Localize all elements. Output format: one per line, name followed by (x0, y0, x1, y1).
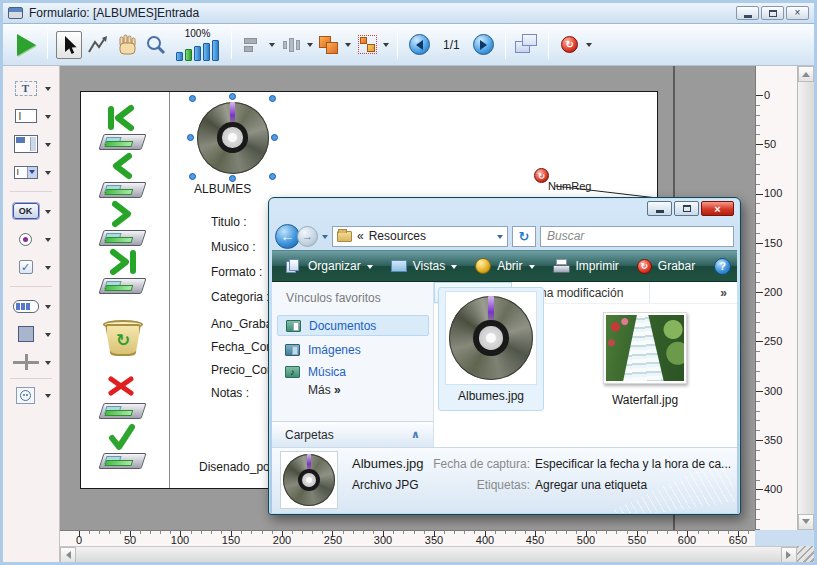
previous-page-button[interactable] (406, 31, 432, 59)
field-label[interactable]: Musico : (211, 240, 256, 254)
search-input[interactable] (540, 226, 734, 247)
validate-button[interactable] (97, 423, 149, 470)
field-label[interactable]: Titulo : (211, 215, 247, 229)
sidebar-more-link[interactable]: Más » (308, 383, 341, 397)
center-controls-button[interactable] (278, 31, 304, 59)
recycle-button[interactable]: ↻ (97, 320, 149, 367)
album-image-control[interactable] (193, 99, 272, 176)
vertical-scrollbar[interactable] (797, 66, 814, 530)
selection-handle[interactable] (229, 93, 236, 100)
windows-list-button[interactable] (514, 31, 540, 59)
selection-handle[interactable] (187, 134, 194, 141)
folders-band[interactable]: Carpetas ∧ (272, 421, 433, 447)
refresh-dropdown-arrow-icon[interactable] (586, 43, 592, 50)
select-tool-button[interactable] (56, 31, 82, 59)
dropdown-arrow-icon[interactable] (45, 210, 51, 217)
nav-next-button[interactable] (97, 200, 149, 247)
column-overflow-button[interactable]: » (650, 282, 737, 303)
selection-handle[interactable] (229, 175, 236, 182)
dropdown-arrow-icon[interactable] (45, 87, 51, 94)
explorer-title-bar[interactable]: × (272, 198, 737, 222)
tool-progress-bar[interactable] (12, 292, 51, 320)
dropdown-arrow-icon[interactable] (45, 143, 51, 150)
explorer-window[interactable]: × ← → « Resources ↻ Organizar Vistas (268, 197, 741, 515)
abrir-button[interactable]: Abrir (467, 254, 542, 278)
selection-handle[interactable] (189, 173, 196, 180)
tool-static-text[interactable]: T (12, 74, 51, 102)
tool-shape[interactable] (12, 320, 51, 348)
dropdown-arrow-icon[interactable] (45, 266, 51, 273)
close-button[interactable]: × (786, 6, 809, 20)
grabar-button[interactable]: ↻ Grabar (629, 254, 703, 278)
help-button[interactable]: ? (714, 258, 731, 275)
nav-first-button[interactable] (97, 104, 149, 151)
numreg-icon[interactable]: ↻ (534, 168, 549, 183)
designer-label[interactable]: Disenado_po (199, 460, 270, 474)
horizontal-scrollbar[interactable] (60, 546, 797, 562)
dropdown-arrow-icon[interactable] (45, 238, 51, 245)
bring-to-front-button[interactable] (316, 31, 342, 59)
maximize-button[interactable] (761, 6, 784, 20)
sidebar-item-imagenes[interactable]: Imágenes (277, 339, 429, 360)
sidebar-item-musica[interactable]: ♪ Música (277, 361, 429, 382)
scroll-right-button[interactable] (781, 547, 797, 563)
dropdown-arrow-icon[interactable] (45, 361, 51, 368)
field-label[interactable]: Categoria : (211, 290, 270, 304)
selection-handle[interactable] (189, 95, 196, 102)
dropdown-arrow-icon[interactable] (45, 305, 51, 312)
tool-other-control[interactable] (12, 381, 51, 409)
tool-checkbox[interactable]: ✓ (12, 253, 51, 281)
sidebar-item-documentos[interactable]: Documentos (277, 315, 429, 336)
scroll-left-button[interactable] (60, 547, 76, 563)
history-dropdown-icon[interactable] (322, 235, 328, 242)
tags-value[interactable]: Agregar una etiqueta (535, 478, 647, 492)
minimize-button[interactable] (736, 6, 759, 20)
forward-button[interactable]: → (297, 226, 318, 247)
breadcrumb-folder[interactable]: Resources (369, 229, 426, 243)
dropdown-arrow-icon[interactable] (45, 394, 51, 401)
align-dropdown-arrow-icon[interactable] (269, 43, 275, 50)
tool-list-box[interactable] (12, 130, 51, 158)
explorer-maximize-button[interactable] (674, 201, 699, 216)
field-label[interactable]: Notas : (211, 386, 249, 400)
file-albumes[interactable]: Albumes.jpg (438, 287, 544, 411)
tool-radio-button[interactable] (12, 225, 51, 253)
center-dropdown-arrow-icon[interactable] (307, 43, 313, 50)
file-waterfall[interactable]: Waterfall.jpg (587, 312, 703, 407)
explorer-close-button[interactable]: × (701, 201, 734, 216)
scroll-up-button[interactable] (798, 66, 814, 82)
align-left-button[interactable] (240, 31, 266, 59)
next-page-button[interactable] (471, 31, 497, 59)
field-label[interactable]: Formato : (211, 265, 262, 279)
selection-handle[interactable] (269, 95, 276, 102)
nav-last-button[interactable] (97, 248, 149, 295)
selection-mode-button[interactable] (354, 31, 380, 59)
capture-date-value[interactable]: Especificar la fecha y la hora de ca... (535, 457, 731, 471)
run-test-button[interactable] (13, 31, 39, 59)
organizar-button[interactable]: Organizar (278, 254, 381, 278)
refresh-button[interactable]: ↻ (512, 226, 536, 247)
tool-splitter[interactable] (12, 348, 51, 376)
resize-grip[interactable] (797, 546, 814, 562)
zoom-tool-button[interactable] (143, 31, 169, 59)
scroll-down-button[interactable] (798, 514, 814, 530)
dropdown-arrow-icon[interactable] (45, 333, 51, 340)
breadcrumb[interactable]: « Resources (332, 226, 508, 247)
selection-handle[interactable] (271, 134, 278, 141)
order-dropdown-arrow-icon[interactable] (345, 43, 351, 50)
tool-button[interactable]: OK (12, 197, 51, 225)
tool-combo-box[interactable]: I (12, 158, 51, 186)
vistas-button[interactable]: Vistas (383, 254, 465, 278)
delete-record-button[interactable] (97, 373, 149, 420)
tab-order-tool-button[interactable] (85, 31, 111, 59)
selection-dropdown-arrow-icon[interactable] (383, 43, 389, 50)
dropdown-arrow-icon[interactable] (45, 171, 51, 178)
imprimir-button[interactable]: Imprimir (545, 254, 627, 278)
refresh-data-button[interactable]: ↻ (557, 31, 583, 59)
selection-handle[interactable] (269, 173, 276, 180)
tool-edit-field[interactable]: I (12, 102, 51, 130)
form-title-label[interactable]: ALBUMES (194, 182, 251, 196)
dropdown-arrow-icon[interactable] (45, 115, 51, 122)
explorer-minimize-button[interactable] (647, 201, 672, 216)
pan-tool-button[interactable] (114, 31, 140, 59)
